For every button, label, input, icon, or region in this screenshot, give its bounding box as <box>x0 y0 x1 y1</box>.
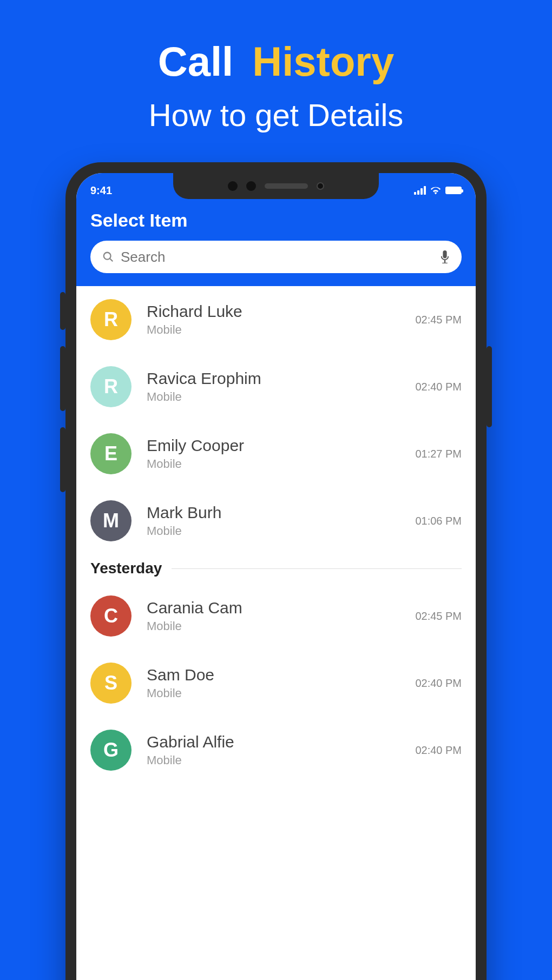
wifi-icon <box>430 186 441 195</box>
call-info: Ravica ErophimMobile <box>147 369 400 404</box>
call-info: Emily CooperMobile <box>147 436 400 471</box>
promo-word2: History <box>252 38 394 84</box>
contact-label: Mobile <box>147 457 400 471</box>
call-info: Richard LukeMobile <box>147 302 400 337</box>
status-icons <box>414 186 462 195</box>
avatar: R <box>90 299 132 340</box>
section-header: Yesterday <box>76 554 476 582</box>
battery-icon <box>445 187 462 194</box>
svg-point-0 <box>104 253 111 260</box>
phone-side-button <box>60 346 65 411</box>
call-row[interactable]: RRavica ErophimMobile02:40 PM <box>76 353 476 420</box>
search-icon <box>102 251 114 263</box>
app-header: Select Item <box>76 200 476 286</box>
contact-label: Mobile <box>147 323 400 337</box>
call-time: 01:06 PM <box>415 515 462 527</box>
call-info: Sam DoeMobile <box>147 666 400 700</box>
promo-word1: Call <box>158 38 233 84</box>
call-time: 02:45 PM <box>415 314 462 326</box>
call-time: 02:45 PM <box>415 610 462 623</box>
call-time: 02:40 PM <box>415 744 462 757</box>
call-info: Gabrial AlfieMobile <box>147 733 400 767</box>
promo-title: Call History <box>0 0 552 85</box>
contact-name: Emily Cooper <box>147 436 400 455</box>
call-info: Carania CamMobile <box>147 599 400 633</box>
contact-name: Gabrial Alfie <box>147 733 400 751</box>
contact-label: Mobile <box>147 753 400 767</box>
avatar: M <box>90 500 132 541</box>
contact-name: Mark Burh <box>147 504 400 522</box>
avatar: R <box>90 366 132 407</box>
phone-notch <box>173 173 379 199</box>
contact-name: Sam Doe <box>147 666 400 684</box>
contact-label: Mobile <box>147 390 400 404</box>
svg-line-1 <box>110 259 113 262</box>
avatar: E <box>90 433 132 474</box>
avatar: C <box>90 595 132 637</box>
section-divider <box>172 568 462 569</box>
call-list[interactable]: RRichard LukeMobile02:45 PMRRavica Eroph… <box>76 286 476 784</box>
call-row[interactable]: EEmily CooperMobile01:27 PM <box>76 420 476 487</box>
call-info: Mark BurhMobile <box>147 504 400 538</box>
call-row[interactable]: CCarania CamMobile02:45 PM <box>76 582 476 650</box>
signal-icon <box>414 186 426 195</box>
contact-label: Mobile <box>147 524 400 538</box>
phone-screen: 9:41 Select Item RRichard LukeMobile02:4… <box>76 173 476 980</box>
header-title: Select Item <box>90 210 462 231</box>
svg-rect-3 <box>444 260 445 263</box>
call-time: 01:27 PM <box>415 448 462 460</box>
section-title: Yesterday <box>90 560 162 577</box>
promo-subtitle: How to get Details <box>0 97 552 133</box>
search-bar[interactable] <box>90 241 462 273</box>
phone-side-button <box>60 427 65 492</box>
phone-frame: 9:41 Select Item RRichard LukeMobile02:4… <box>65 162 487 980</box>
call-row[interactable]: MMark BurhMobile01:06 PM <box>76 487 476 554</box>
avatar: G <box>90 730 132 771</box>
contact-label: Mobile <box>147 619 400 633</box>
phone-side-button <box>60 292 65 330</box>
contact-name: Richard Luke <box>147 302 400 321</box>
call-time: 02:40 PM <box>415 381 462 393</box>
status-time: 9:41 <box>90 184 112 197</box>
call-row[interactable]: RRichard LukeMobile02:45 PM <box>76 286 476 353</box>
call-time: 02:40 PM <box>415 677 462 690</box>
phone-side-button <box>487 346 492 427</box>
contact-label: Mobile <box>147 686 400 700</box>
search-input[interactable] <box>121 249 433 266</box>
contact-name: Ravica Erophim <box>147 369 400 388</box>
svg-rect-2 <box>443 250 446 258</box>
avatar: S <box>90 663 132 704</box>
call-row[interactable]: SSam DoeMobile02:40 PM <box>76 650 476 717</box>
mic-icon[interactable] <box>440 250 450 263</box>
call-row[interactable]: GGabrial AlfieMobile02:40 PM <box>76 717 476 784</box>
contact-name: Carania Cam <box>147 599 400 617</box>
svg-rect-4 <box>442 263 448 263</box>
